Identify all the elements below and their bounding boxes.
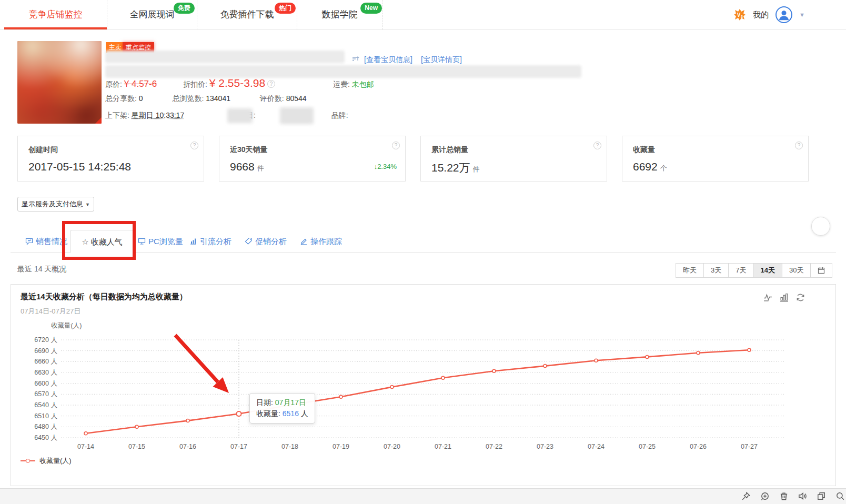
free-badge: 免费 — [174, 3, 195, 14]
calendar-button[interactable] — [810, 263, 832, 278]
svg-text:07-18: 07-18 — [281, 443, 298, 450]
svg-text:07-19: 07-19 — [333, 443, 349, 450]
svg-text:07-22: 07-22 — [486, 443, 502, 450]
item-detail-page-link[interactable]: [宝贝详情页] — [421, 55, 462, 65]
calendar-icon — [818, 267, 825, 274]
brand-label: 品牌: — [331, 111, 348, 119]
time-range-group: 昨天 3天 7天 14天 30天 — [676, 263, 832, 278]
svg-text:6510 人: 6510 人 — [34, 412, 57, 420]
tab-favorites-active[interactable]: ☆收藏人气 — [70, 230, 134, 253]
tooltip-count-label: 收藏量: — [256, 409, 283, 418]
blurred-brand-value — [280, 107, 314, 124]
circle-plus-icon[interactable] — [760, 491, 770, 501]
tab-operation-tracking[interactable]: 操作跟踪 — [300, 230, 342, 253]
chart-legend[interactable]: 收藏量(人) — [21, 456, 72, 466]
product-image — [17, 41, 102, 124]
card-unit: 件 — [473, 165, 480, 173]
trash-icon[interactable] — [779, 491, 789, 501]
traffic-chart-icon — [189, 237, 197, 245]
svg-text:07-23: 07-23 — [537, 443, 553, 450]
rank-list-icon — [351, 55, 359, 63]
svg-text:6660 人: 6660 人 — [34, 358, 57, 365]
card-create-time: ? 创建时间 2017-05-15 14:25:48 — [17, 136, 204, 182]
svg-text:07-20: 07-20 — [384, 443, 400, 450]
view-count-label: 总浏览数: — [172, 94, 204, 103]
share-count-value: 0 — [139, 94, 143, 103]
range-14day[interactable]: 14天 — [753, 263, 782, 278]
share-count-label: 总分享数: — [105, 94, 137, 103]
svg-text:07-27: 07-27 — [741, 443, 758, 450]
chart-tooltip: 日期: 07月17日 收藏量: 6516 人 — [249, 393, 315, 424]
legend-label: 收藏量(人) — [39, 456, 72, 466]
pencil-icon — [300, 237, 308, 245]
nav-tab-keywords[interactable]: 全网展现词 免费 — [107, 0, 197, 29]
volume-icon[interactable] — [798, 491, 807, 501]
blurred-title-line1 — [105, 51, 345, 63]
range-3day[interactable]: 3天 — [703, 263, 729, 278]
tab-pc-views[interactable]: PC浏览量 — [138, 230, 183, 253]
star-icon: ☆ — [82, 237, 88, 246]
floating-widget-button[interactable] — [811, 217, 830, 236]
show-service-payment-button[interactable]: 显示服务及支付信息▼ — [17, 197, 94, 211]
tab-traffic-analysis[interactable]: 引流分析 — [189, 230, 231, 253]
nav-tab-shop-monitor[interactable]: 竞争店铺监控 — [4, 0, 107, 29]
help-icon[interactable]: ? — [190, 142, 198, 149]
price-row: 原价: ¥ 4.57-6 折扣价: ¥ 2.55-3.98 ? 运费: 未包邮 — [105, 77, 374, 89]
nav-tab-data-academy[interactable]: 数据学院 New — [297, 0, 382, 29]
card-title: 近30天销量 — [230, 145, 268, 155]
nav-tab-plugin-download[interactable]: 免费插件下载 热门 — [197, 0, 297, 29]
nav-tab-label: 数据学院 — [322, 9, 358, 19]
original-price-value: ¥ 4.57-6 — [124, 79, 157, 89]
image-corner-marker — [95, 117, 102, 124]
nav-right: V 3 我的 ▼ — [733, 0, 805, 29]
hot-badge: 热门 — [275, 3, 296, 14]
search-icon[interactable] — [835, 491, 845, 501]
range-30day[interactable]: 30天 — [782, 263, 811, 278]
range-7day[interactable]: 7天 — [728, 263, 753, 278]
tab-sales[interactable]: 销售情况 — [25, 230, 67, 253]
card-value: 2017-05-15 14:25:48 — [28, 160, 131, 173]
pin-icon[interactable] — [741, 491, 751, 501]
svg-text:V: V — [737, 12, 741, 18]
shelf-time-value[interactable]: 星期日 10:33:17 — [132, 111, 184, 119]
svg-text:6600 人: 6600 人 — [34, 380, 57, 387]
svg-text:07-25: 07-25 — [639, 443, 656, 450]
tab-promotion-analysis[interactable]: 促销分析 — [245, 230, 287, 253]
svg-text:07-26: 07-26 — [690, 443, 707, 450]
overview-label: 最近 14 天概况 — [17, 265, 66, 274]
svg-text:07-17: 07-17 — [230, 443, 247, 450]
card-title: 累计总销量 — [431, 145, 468, 155]
card-value: 15.22万 — [431, 162, 470, 174]
card-unit: 件 — [257, 164, 264, 172]
shipping-label: 运费: — [333, 80, 350, 88]
tooltip-count-value: 6516 — [283, 409, 299, 418]
vip-level-icon[interactable]: V 3 — [733, 8, 746, 21]
metrics-row: 总分享数: 0 总浏览数: 134041 评价数: 80544 — [105, 94, 307, 104]
new-badge: New — [360, 3, 382, 14]
chevron-down-icon[interactable]: ▼ — [799, 12, 805, 18]
help-icon[interactable]: ? — [392, 142, 400, 149]
help-icon[interactable]: ? — [593, 142, 601, 149]
range-yesterday[interactable]: 昨天 — [676, 263, 704, 278]
help-icon[interactable]: ? — [795, 142, 803, 149]
card-title: 收藏量 — [633, 145, 655, 155]
person-icon — [777, 8, 791, 22]
tag-icon — [245, 237, 253, 245]
blurred-title-line2 — [105, 65, 581, 78]
card-favorites: ? 收藏量 6692个 — [622, 136, 809, 182]
view-item-info-link[interactable]: [查看宝贝信息] — [364, 55, 412, 65]
svg-text:6540 人: 6540 人 — [34, 401, 57, 409]
help-icon[interactable]: ? — [267, 80, 275, 88]
nav-tab-label: 竞争店铺监控 — [29, 9, 83, 19]
my-account-label[interactable]: 我的 — [753, 10, 769, 20]
chat-icon — [25, 237, 33, 245]
legend-line-marker-icon — [21, 460, 35, 461]
svg-text:07-21: 07-21 — [435, 443, 451, 450]
caret-down-icon: ▼ — [85, 202, 90, 207]
window-restore-icon[interactable] — [817, 491, 826, 501]
tooltip-count-unit: 人 — [299, 409, 308, 418]
nav-tab-label: 免费插件下载 — [220, 9, 274, 19]
avatar[interactable] — [776, 6, 792, 23]
shipping-value: 未包邮 — [352, 80, 374, 88]
svg-text:6720 人: 6720 人 — [34, 336, 57, 344]
